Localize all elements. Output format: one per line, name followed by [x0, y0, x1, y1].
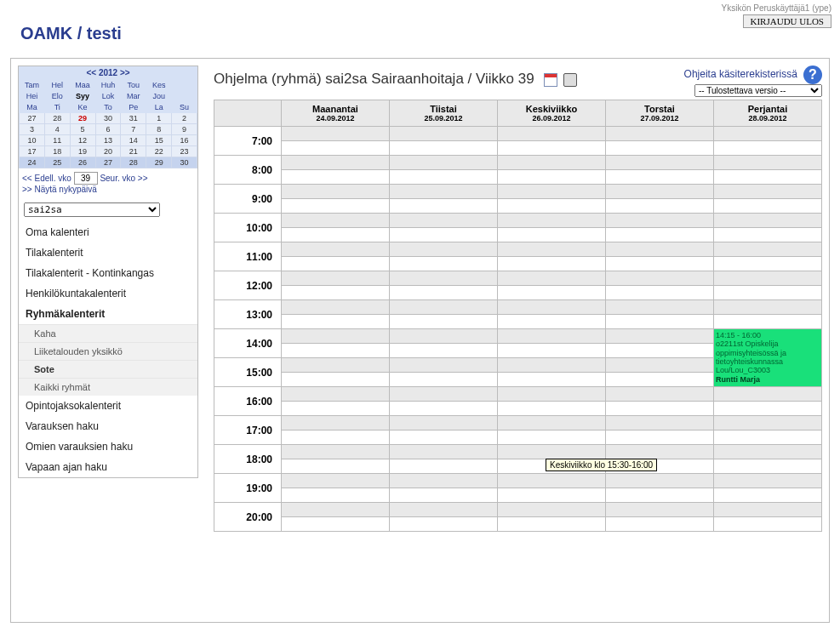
schedule-cell[interactable]	[282, 214, 390, 228]
nav-sub-kaha[interactable]: Kaha	[19, 324, 197, 342]
schedule-cell[interactable]	[498, 344, 606, 358]
schedule-cell[interactable]	[282, 141, 390, 156]
schedule-cell[interactable]	[390, 459, 498, 474]
schedule-cell[interactable]	[390, 517, 498, 532]
schedule-cell[interactable]	[606, 271, 714, 286]
schedule-cell[interactable]	[282, 387, 390, 402]
day-cell[interactable]: 13	[95, 135, 121, 146]
schedule-cell[interactable]	[390, 242, 498, 257]
day-cell[interactable]: 27	[20, 113, 45, 124]
schedule-cell[interactable]	[390, 358, 498, 373]
day-cell[interactable]: 31	[121, 113, 146, 124]
day-cell[interactable]: 14	[121, 135, 146, 146]
schedule-cell[interactable]	[498, 503, 606, 517]
schedule-cell[interactable]	[498, 286, 606, 300]
schedule-cell[interactable]	[606, 445, 714, 459]
schedule-cell[interactable]	[282, 402, 390, 416]
day-cell[interactable]: 16	[172, 135, 197, 146]
calendar-icon[interactable]	[544, 73, 557, 87]
schedule-cell[interactable]	[498, 271, 606, 286]
schedule-cell[interactable]	[498, 199, 606, 214]
month-Tam[interactable]: Tam	[20, 80, 45, 91]
day-cell[interactable]: 20	[95, 146, 121, 157]
day-cell[interactable]: 7	[121, 124, 146, 135]
day-cell[interactable]: 30	[172, 157, 197, 168]
nav-staff-calendars[interactable]: Henkilökuntakalenterit	[19, 283, 197, 304]
week-input[interactable]	[74, 172, 98, 185]
schedule-cell[interactable]	[282, 431, 390, 445]
schedule-cell[interactable]	[714, 387, 822, 402]
day-cell[interactable]: 22	[146, 146, 172, 157]
day-cell[interactable]: 6	[95, 124, 121, 135]
day-cell[interactable]: 30	[95, 113, 121, 124]
schedule-cell[interactable]	[390, 329, 498, 344]
schedule-cell[interactable]	[714, 445, 822, 459]
schedule-cell[interactable]	[390, 503, 498, 517]
nav-group-calendars[interactable]: Ryhmäkalenterit	[19, 304, 197, 324]
nav-room-kontinkangas[interactable]: Tilakalenterit - Kontinkangas	[19, 263, 197, 283]
schedule-cell[interactable]	[606, 315, 714, 329]
schedule-cell[interactable]	[282, 315, 390, 329]
schedule-cell[interactable]	[606, 416, 714, 431]
schedule-cell[interactable]	[714, 488, 822, 503]
day-cell[interactable]: 9	[172, 124, 197, 135]
schedule-cell[interactable]	[714, 199, 822, 214]
schedule-cell[interactable]	[282, 344, 390, 358]
schedule-cell[interactable]	[390, 416, 498, 431]
schedule-cell[interactable]	[606, 170, 714, 185]
schedule-cell[interactable]	[606, 286, 714, 300]
schedule-cell[interactable]	[282, 286, 390, 300]
schedule-cell[interactable]	[714, 416, 822, 431]
nav-own-calendar[interactable]: Oma kalenteri	[19, 222, 197, 242]
schedule-cell[interactable]	[390, 431, 498, 445]
group-select[interactable]: sai2sa	[24, 202, 160, 217]
schedule-cell[interactable]	[606, 517, 714, 532]
schedule-cell[interactable]	[390, 141, 498, 156]
day-cell[interactable]: 27	[95, 157, 121, 168]
schedule-cell[interactable]	[282, 242, 390, 257]
schedule-cell[interactable]	[282, 358, 390, 373]
nav-free-time[interactable]: Vapaan ajan haku	[19, 457, 197, 477]
schedule-cell[interactable]	[282, 228, 390, 242]
schedule-cell[interactable]	[390, 344, 498, 358]
day-cell[interactable]: 1	[146, 113, 172, 124]
schedule-cell[interactable]	[282, 503, 390, 517]
schedule-cell[interactable]	[282, 445, 390, 459]
schedule-cell[interactable]	[606, 127, 714, 141]
schedule-cell[interactable]	[282, 257, 390, 271]
schedule-cell[interactable]	[390, 257, 498, 271]
schedule-cell[interactable]	[714, 214, 822, 228]
month-Mar[interactable]: Mar	[121, 91, 146, 102]
logout-button[interactable]: KIRJAUDU ULOS	[743, 14, 831, 28]
month-Hel[interactable]: Hel	[44, 80, 70, 91]
schedule-cell[interactable]	[498, 242, 606, 257]
month-Jou[interactable]: Jou	[146, 91, 172, 102]
schedule-cell[interactable]	[714, 271, 822, 286]
nav-sub-all-groups[interactable]: Kaikki ryhmät	[19, 378, 197, 396]
schedule-cell[interactable]	[282, 517, 390, 532]
schedule-cell[interactable]	[498, 300, 606, 315]
schedule-cell[interactable]	[606, 228, 714, 242]
schedule-cell[interactable]	[606, 257, 714, 271]
day-cell[interactable]: 28	[121, 157, 146, 168]
schedule-cell[interactable]	[390, 300, 498, 315]
month-Elo[interactable]: Elo	[44, 91, 70, 102]
schedule-cell[interactable]	[498, 488, 606, 503]
schedule-cell[interactable]	[282, 416, 390, 431]
schedule-cell[interactable]	[606, 373, 714, 387]
year-prev[interactable]: <<	[86, 68, 96, 77]
month-Kes[interactable]: Kes	[146, 80, 172, 91]
schedule-cell[interactable]	[282, 459, 390, 474]
schedule-cell[interactable]	[606, 214, 714, 228]
nav-own-bookings[interactable]: Omien varauksien haku	[19, 436, 197, 457]
next-week-link[interactable]: Seur. vko >>	[100, 174, 147, 183]
day-cell[interactable]: 24	[20, 157, 45, 168]
schedule-cell[interactable]	[714, 228, 822, 242]
schedule-cell[interactable]	[390, 387, 498, 402]
schedule-cell[interactable]	[498, 387, 606, 402]
schedule-cell[interactable]	[498, 228, 606, 242]
schedule-cell[interactable]	[390, 127, 498, 141]
help-icon[interactable]: ?	[803, 66, 822, 84]
month-Maa[interactable]: Maa	[70, 80, 95, 91]
schedule-cell[interactable]	[498, 517, 606, 532]
